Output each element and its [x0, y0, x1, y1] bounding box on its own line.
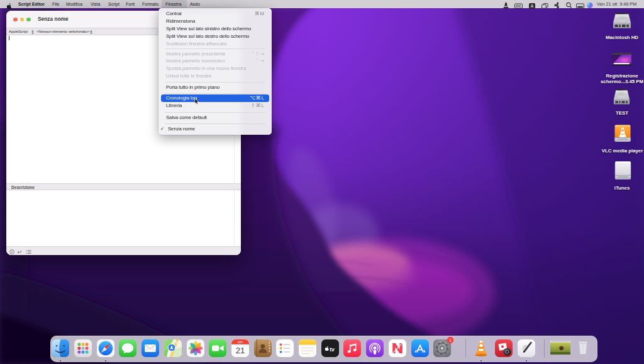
svg-text:21: 21	[236, 346, 245, 355]
svg-text:tv: tv	[330, 346, 335, 353]
svg-text:OTT: OTT	[238, 341, 243, 344]
svg-text:A: A	[530, 4, 533, 8]
svg-text:1: 1	[449, 337, 452, 343]
